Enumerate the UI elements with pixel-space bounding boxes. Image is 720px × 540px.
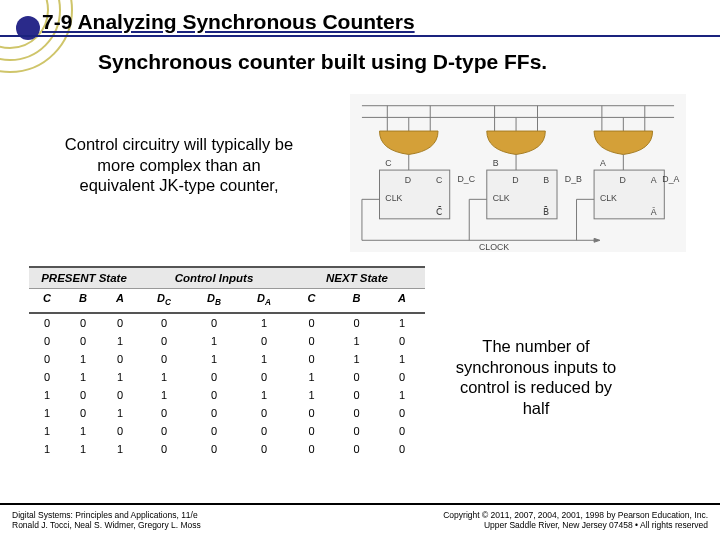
- table-row: 010011011: [29, 350, 425, 368]
- svg-text:D: D: [405, 175, 411, 185]
- note-right: The number of synchronous inputs to cont…: [450, 336, 622, 419]
- table-row: 000001001: [29, 314, 425, 332]
- group-header-next: NEXT State: [289, 268, 425, 288]
- title-band: 7-9 Analyzing Synchronous Counters: [0, 6, 720, 38]
- svg-text:B̄: B̄: [543, 206, 549, 217]
- table-row: 101000000: [29, 404, 425, 422]
- group-header-control: Control Inputs: [139, 268, 289, 288]
- footer-right: Copyright © 2011, 2007, 2004, 2001, 1998…: [443, 510, 708, 530]
- table-row: 111000000: [29, 440, 425, 458]
- svg-text:A: A: [651, 175, 657, 185]
- circuit-diagram: C B A D D D CLK CLK CLK D_C D_B D_A C B …: [348, 92, 688, 254]
- svg-text:CLK: CLK: [493, 193, 510, 203]
- footer-divider: [0, 503, 720, 505]
- svg-text:D: D: [619, 175, 625, 185]
- svg-text:CLK: CLK: [600, 193, 617, 203]
- footer-left: Digital Systems: Principles and Applicat…: [12, 510, 201, 530]
- ff-label-a: A: [600, 158, 606, 168]
- table-group-headers: PRESENT State Control Inputs NEXT State: [29, 266, 425, 289]
- svg-text:B: B: [543, 175, 549, 185]
- ff-label-b: B: [493, 158, 499, 168]
- section-title: 7-9 Analyzing Synchronous Counters: [42, 10, 415, 34]
- footer-copyright: Copyright © 2011, 2007, 2004, 2001, 1998…: [443, 510, 708, 520]
- clock-label: CLOCK: [479, 242, 509, 252]
- table-column-headers: C B A DC DB DA C B A: [29, 289, 425, 314]
- note-left: Control circuitry will typically be more…: [64, 134, 294, 196]
- table-row: 011100100: [29, 368, 425, 386]
- svg-text:D: D: [512, 175, 518, 185]
- ff-label-c: C: [385, 158, 391, 168]
- d-label-c: D_C: [458, 174, 476, 184]
- d-label-a: D_A: [662, 174, 679, 184]
- svg-marker-40: [594, 238, 600, 242]
- title-underline: [0, 35, 720, 37]
- svg-text:C: C: [436, 175, 442, 185]
- footer-authors: Ronald J. Tocci, Neal S. Widmer, Gregory…: [12, 520, 201, 530]
- svg-text:CLK: CLK: [385, 193, 402, 203]
- table-row: 001010010: [29, 332, 425, 350]
- footer-address: Upper Saddle River, New Jersey 07458 • A…: [443, 520, 708, 530]
- svg-text:C̄: C̄: [436, 206, 442, 217]
- svg-text:Ā: Ā: [651, 207, 657, 217]
- table-row: 110000000: [29, 422, 425, 440]
- group-header-present: PRESENT State: [29, 268, 139, 288]
- state-table: PRESENT State Control Inputs NEXT State …: [29, 266, 425, 458]
- slide-subtitle: Synchronous counter built using D-type F…: [98, 50, 547, 74]
- table-row: 100101101: [29, 386, 425, 404]
- footer-book-title: Digital Systems: Principles and Applicat…: [12, 510, 201, 520]
- d-label-b: D_B: [565, 174, 582, 184]
